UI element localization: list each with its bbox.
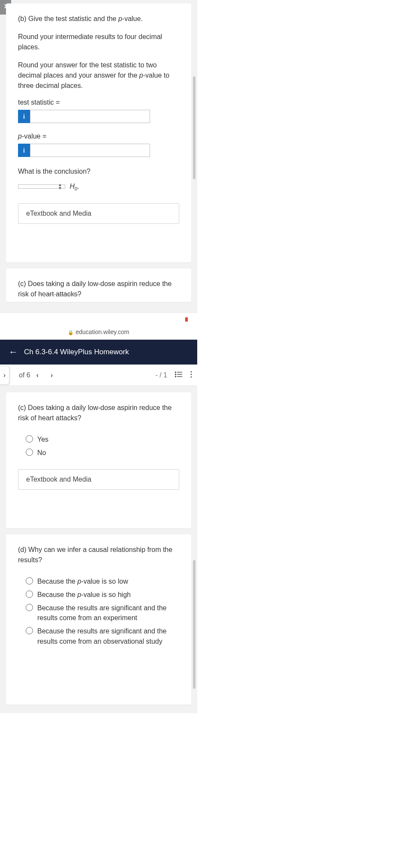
scrollbar[interactable]	[193, 560, 195, 689]
test-statistic-label: test statistic =	[18, 99, 179, 106]
scrollbar[interactable]	[193, 76, 195, 179]
svg-point-5	[175, 376, 176, 377]
radio-option-yes[interactable]: Yes	[26, 434, 179, 444]
rounding-instruction-2: Round your answer for the test statistic…	[18, 60, 179, 91]
prev-question-button[interactable]: ‹	[36, 371, 39, 379]
radio-icon	[26, 627, 33, 634]
lock-icon: 🔒	[68, 330, 74, 335]
radio-icon	[26, 449, 33, 456]
next-question-button[interactable]: ›	[51, 371, 53, 379]
radio-option-d1[interactable]: Because the p-value is so low	[26, 576, 179, 586]
drawer-handle[interactable]: ›	[0, 366, 9, 385]
assignment-header: ← Ch 6.3-6.4 WileyPlus Homework	[0, 340, 197, 365]
question-part-b-card: (b) Give the test statistic and the p-va…	[6, 3, 191, 262]
part-b-prompt: (b) Give the test statistic and the p-va…	[18, 14, 179, 24]
p-value-label: p-value =	[18, 133, 179, 140]
kebab-menu-icon[interactable]	[190, 371, 192, 380]
svg-point-3	[175, 372, 176, 373]
p-value-input[interactable]	[30, 144, 150, 157]
radio-option-no[interactable]: No	[26, 448, 179, 458]
browser-url-bar[interactable]: 🔒education.wiley.com	[0, 326, 197, 340]
battery-icon	[185, 317, 188, 322]
svg-point-4	[175, 374, 176, 375]
radio-option-d4[interactable]: Because the results are significant and …	[26, 626, 179, 646]
rounding-instruction-1: Round your intermediate results to four …	[18, 32, 179, 52]
h0-symbol: H0	[69, 183, 77, 190]
assignment-title: Ch 6.3-6.4 WileyPlus Homework	[24, 348, 129, 356]
svg-point-6	[190, 371, 192, 372]
radio-option-d2[interactable]: Because the p-value is so high	[26, 590, 179, 600]
second-screenshot: 🔒education.wiley.com ← Ch 6.3-6.4 WileyP…	[0, 313, 197, 713]
question-part-c-cut-card: (c) Does taking a daily low-dose aspirin…	[6, 268, 191, 302]
part-c-prompt-truncated: (c) Does taking a daily low-dose aspirin…	[18, 279, 179, 299]
radio-icon	[26, 591, 33, 598]
svg-point-7	[190, 374, 192, 375]
etextbook-media-button[interactable]: eTextbook and Media	[18, 203, 179, 224]
question-part-c-card: (c) Does taking a daily low-dose aspirin…	[6, 392, 191, 528]
back-arrow-icon[interactable]: ←	[9, 347, 18, 357]
radio-icon	[26, 577, 33, 585]
radio-icon	[26, 604, 33, 611]
question-part-d-card: (d) Why can we infer a causal relationsh…	[6, 534, 191, 705]
url-text: education.wiley.com	[75, 329, 129, 335]
score-display: - / 1	[155, 371, 167, 379]
svg-point-8	[190, 376, 192, 377]
part-d-options: Because the p-value is so low Because th…	[26, 576, 179, 646]
phone-status-bar	[0, 313, 197, 326]
question-counter: of 6	[19, 371, 30, 379]
conclusion-question: What is the conclusion?	[18, 166, 179, 177]
part-d-prompt: (d) Why can we infer a causal relationsh…	[18, 545, 179, 565]
etextbook-media-button[interactable]: eTextbook and Media	[18, 469, 179, 490]
test-statistic-input[interactable]	[30, 110, 150, 123]
part-c-prompt: (c) Does taking a daily low-dose aspirin…	[18, 403, 179, 423]
part-c-options: Yes No	[26, 434, 179, 458]
test-statistic-input-row: i	[18, 110, 179, 123]
p-value-input-row: i	[18, 144, 179, 157]
radio-icon	[26, 435, 33, 443]
question-nav-bar: › of 6 ‹ › - / 1	[0, 365, 197, 386]
conclusion-select[interactable]: ▲▼	[18, 184, 65, 189]
list-icon[interactable]	[175, 371, 183, 380]
chevron-updown-icon: ▲▼	[58, 183, 62, 190]
info-icon[interactable]: i	[18, 110, 30, 123]
info-icon[interactable]: i	[18, 144, 30, 157]
radio-option-d3[interactable]: Because the results are significant and …	[26, 603, 179, 623]
